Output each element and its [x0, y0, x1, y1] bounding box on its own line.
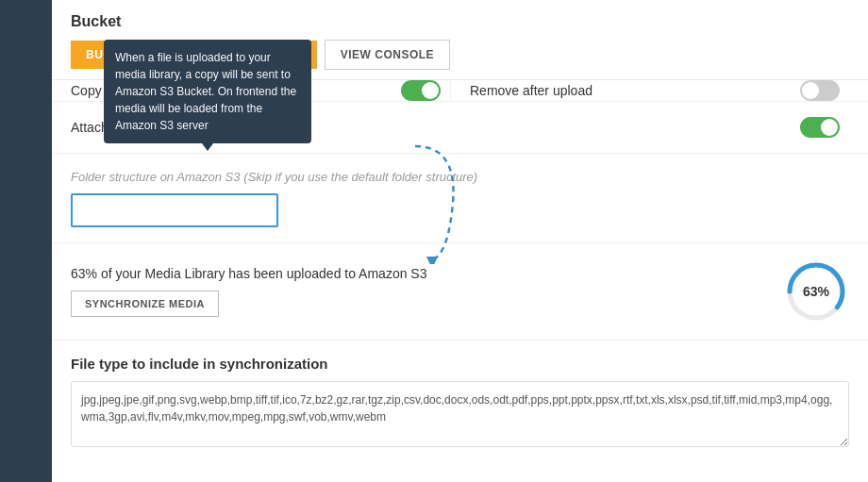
progress-circle: 63% — [783, 258, 849, 324]
view-console-button[interactable]: VIEW CONSOLE — [325, 40, 450, 70]
filetype-textarea[interactable]: jpg,jpeg,jpe,gif,png,svg,webp,bmp,tiff,t… — [71, 381, 849, 447]
folder-label-text: Folder structure on Amazon S3 — [71, 170, 240, 184]
folder-section: Folder structure on Amazon S3 (Skip if y… — [52, 154, 868, 243]
filetype-section: File type to include in synchronization … — [52, 341, 868, 465]
tooltip-text: When a file is uploaded to your media li… — [115, 51, 296, 132]
filetype-label: File type to include in synchronization — [71, 356, 849, 372]
copy-s3-toggle[interactable] — [401, 80, 441, 101]
folder-hint: (Skip if you use the default folder stru… — [243, 170, 477, 184]
folder-structure-input[interactable] — [71, 193, 278, 227]
sidebar — [0, 0, 52, 482]
copy-s3-slider[interactable] — [401, 80, 441, 101]
folder-label: Folder structure on Amazon S3 (Skip if y… — [71, 169, 849, 184]
page-header: When a file is uploaded to your media li… — [52, 0, 868, 80]
synchronize-media-button[interactable]: SYNCHRONIZE MEDIA — [71, 291, 219, 317]
sync-text-group: 63% of your Media Library has been uploa… — [71, 266, 755, 317]
remove-upload-group: Remove after upload — [450, 80, 849, 101]
tooltip: When a file is uploaded to your media li… — [104, 40, 311, 143]
attachment-toggle[interactable] — [800, 117, 840, 138]
main-content: When a file is uploaded to your media li… — [52, 0, 868, 482]
page-title: Bucket — [71, 13, 849, 30]
sync-text: 63% of your Media Library has been uploa… — [71, 266, 755, 281]
remove-upload-label: Remove after upload — [470, 83, 800, 98]
remove-upload-slider[interactable] — [800, 80, 840, 101]
progress-label: 63% — [803, 284, 829, 299]
remove-upload-toggle[interactable] — [800, 80, 840, 101]
attachment-slider[interactable] — [800, 117, 840, 138]
sync-section: 63% of your Media Library has been uploa… — [52, 243, 868, 341]
